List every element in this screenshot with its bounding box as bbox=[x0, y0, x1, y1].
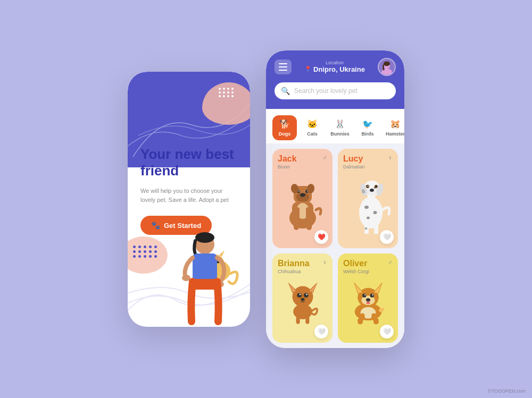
lucy-image bbox=[343, 173, 393, 234]
svg-rect-29 bbox=[306, 219, 312, 230]
birds-label: Birds bbox=[361, 131, 373, 137]
pet-breed-jack: Boxer bbox=[278, 164, 327, 170]
svg-point-61 bbox=[299, 294, 301, 295]
pet-name-jack: Jack bbox=[278, 154, 327, 164]
phone-header: Location 📍 Dnipro, Ukraine bbox=[266, 50, 404, 109]
search-bar[interactable]: 🔍 Search your lovely pet bbox=[275, 82, 396, 99]
pet-breed-lucy: Dalmatian bbox=[343, 164, 393, 170]
user-avatar[interactable] bbox=[378, 58, 396, 76]
svg-point-52 bbox=[292, 286, 313, 307]
svg-rect-28 bbox=[294, 219, 299, 230]
pet-name-oliver: Oliver bbox=[343, 259, 393, 268]
svg-point-33 bbox=[364, 206, 369, 209]
svg-rect-11 bbox=[192, 279, 218, 290]
category-dogs[interactable]: 🐕 Dogs bbox=[272, 115, 297, 140]
svg-point-79 bbox=[366, 301, 370, 304]
svg-point-62 bbox=[306, 294, 307, 295]
oliver-image bbox=[343, 277, 393, 325]
gender-jack: ♂ bbox=[322, 154, 327, 162]
category-cats[interactable]: 🐱 Cats bbox=[300, 115, 325, 140]
dalmatian-svg bbox=[344, 173, 392, 234]
svg-point-35 bbox=[367, 216, 370, 219]
svg-point-41 bbox=[370, 189, 374, 192]
dogs-label: Dogs bbox=[279, 131, 291, 137]
jack-image bbox=[278, 173, 327, 231]
categories-bar: 🐕 Dogs 🐱 Cats 🐰 Bunnies 🐦 Birds 🐹 Hamste… bbox=[266, 109, 404, 143]
svg-marker-72 bbox=[373, 284, 381, 293]
svg-rect-64 bbox=[296, 316, 300, 324]
svg-rect-83 bbox=[371, 314, 376, 321]
cats-icon: 🐱 bbox=[307, 119, 318, 129]
svg-marker-55 bbox=[289, 284, 296, 292]
pet-card-oliver[interactable]: Oliver Welsh Corgi ♂ bbox=[338, 253, 398, 343]
svg-point-59 bbox=[297, 293, 301, 297]
headline: Your new best friend bbox=[140, 146, 237, 179]
left-phone: Your new best friend We will help you to… bbox=[128, 72, 250, 327]
svg-point-75 bbox=[370, 294, 373, 298]
menu-line-1 bbox=[279, 63, 287, 64]
svg-point-25 bbox=[300, 193, 305, 197]
hamsters-icon: 🐹 bbox=[390, 119, 401, 129]
location-info: Location 📍 Dnipro, Ukraine bbox=[304, 60, 365, 73]
search-placeholder: Search your lovely pet bbox=[294, 87, 358, 95]
svg-point-74 bbox=[362, 294, 366, 298]
corgi-svg bbox=[344, 277, 392, 325]
dots-top bbox=[219, 88, 234, 97]
svg-rect-31 bbox=[306, 207, 311, 219]
heart-lucy[interactable]: 🤍 bbox=[380, 230, 394, 244]
svg-rect-30 bbox=[295, 207, 300, 219]
pet-card-lucy[interactable]: Lucy Dalmatian ♀ bbox=[338, 149, 398, 249]
brianna-image bbox=[278, 277, 327, 325]
menu-line-2 bbox=[279, 66, 287, 67]
menu-line-3 bbox=[279, 70, 287, 71]
svg-point-63 bbox=[301, 298, 304, 301]
location-label: Location bbox=[304, 60, 365, 65]
pet-card-brianna[interactable]: Brianna Chihuahua ♀ bbox=[272, 253, 332, 343]
svg-point-14 bbox=[384, 61, 390, 66]
chihuahua-svg bbox=[281, 277, 324, 325]
svg-rect-82 bbox=[360, 314, 364, 321]
svg-marker-71 bbox=[354, 284, 362, 293]
hamsters-label: Hamster bbox=[386, 131, 404, 137]
pet-card-jack[interactable]: Jack Boxer ♂ bbox=[272, 149, 332, 249]
svg-point-76 bbox=[364, 294, 365, 295]
svg-marker-3 bbox=[219, 250, 225, 257]
svg-point-50 bbox=[364, 227, 367, 230]
person-svg bbox=[176, 221, 245, 327]
pet-grid: Jack Boxer ♂ bbox=[266, 143, 404, 348]
bunnies-label: Bunnies bbox=[330, 131, 350, 137]
svg-marker-56 bbox=[309, 284, 316, 292]
gender-oliver: ♂ bbox=[388, 259, 393, 266]
dogs-icon: 🐕 bbox=[279, 119, 290, 129]
avatar-svg bbox=[379, 58, 395, 76]
watermark: ©TOOOPEN.com bbox=[488, 388, 526, 394]
bunnies-icon: 🐰 bbox=[335, 119, 345, 129]
right-phone: Location 📍 Dnipro, Ukraine bbox=[266, 50, 404, 348]
pet-breed-brianna: Chihuahua bbox=[278, 269, 327, 274]
pet-breed-oliver: Welsh Corgi bbox=[343, 269, 393, 274]
category-bunnies[interactable]: 🐰 Bunnies bbox=[328, 115, 352, 140]
heart-jack[interactable]: ❤️ bbox=[314, 230, 328, 244]
svg-rect-49 bbox=[374, 223, 378, 234]
heart-oliver[interactable]: 🤍 bbox=[380, 325, 394, 338]
search-icon: 🔍 bbox=[281, 87, 290, 95]
svg-point-23 bbox=[298, 190, 300, 191]
category-birds[interactable]: 🐦 Birds bbox=[355, 115, 380, 140]
svg-point-34 bbox=[373, 211, 377, 214]
svg-point-78 bbox=[365, 298, 370, 301]
svg-point-60 bbox=[304, 293, 308, 297]
birds-icon: 🐦 bbox=[362, 119, 373, 129]
pet-name-brianna: Brianna bbox=[278, 259, 327, 268]
phones-container: Your new best friend We will help you to… bbox=[128, 50, 404, 348]
svg-rect-65 bbox=[305, 316, 309, 324]
boxer-svg bbox=[279, 173, 327, 231]
heart-brianna[interactable]: 🤍 bbox=[314, 325, 328, 338]
svg-point-7 bbox=[195, 232, 214, 243]
location-city: Dnipro, Ukraine bbox=[313, 65, 365, 73]
subtext: We will help you to choose your lovely p… bbox=[140, 187, 237, 205]
menu-button[interactable] bbox=[275, 60, 292, 74]
header-top: Location 📍 Dnipro, Ukraine bbox=[275, 58, 396, 76]
category-hamsters[interactable]: 🐹 Hamster bbox=[383, 115, 404, 140]
pet-name-lucy: Lucy bbox=[343, 154, 393, 164]
location-name: 📍 Dnipro, Ukraine bbox=[304, 65, 365, 73]
